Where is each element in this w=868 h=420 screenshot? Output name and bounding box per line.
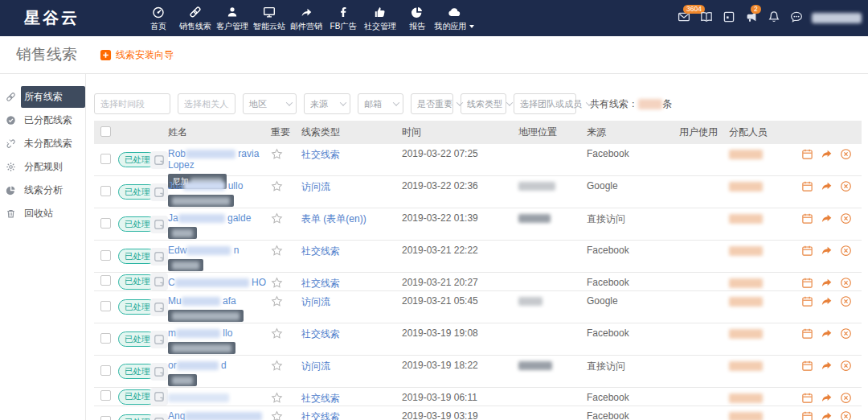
sidebar-item-分配规则[interactable]: 分配规则 (0, 155, 85, 179)
filter-input-related-person[interactable] (178, 93, 235, 114)
x-circle-icon[interactable] (840, 245, 852, 257)
forward-icon[interactable] (821, 410, 833, 420)
navbar-bell-icon[interactable] (763, 0, 785, 36)
navbar-chat-icon[interactable] (785, 0, 808, 36)
row-checkbox[interactable] (100, 275, 111, 286)
nav-item-社交管理[interactable]: 社交管理 (362, 5, 399, 32)
x-circle-icon[interactable] (840, 277, 852, 289)
filter-input-date-range[interactable] (94, 93, 170, 114)
filter-select-线索类型[interactable]: 线索类型 (461, 93, 506, 114)
lead-name-link[interactable]: m llo (168, 327, 232, 339)
x-circle-icon[interactable] (840, 392, 852, 404)
star-icon[interactable] (271, 245, 283, 257)
row-checkbox[interactable] (100, 390, 111, 401)
lead-name-link[interactable]: Mu afa (168, 295, 236, 307)
forward-icon[interactable] (821, 360, 833, 372)
lead-type-link[interactable]: 访问流 (301, 181, 330, 192)
user-account[interactable] (812, 13, 862, 23)
star-icon[interactable] (271, 392, 283, 404)
calendar-icon[interactable] (801, 295, 813, 307)
nav-item-FB广告[interactable]: FB广告 (325, 5, 362, 32)
forward-icon[interactable] (821, 295, 833, 307)
star-icon[interactable] (271, 148, 283, 160)
calendar-icon[interactable] (801, 277, 813, 289)
filter-select-来源[interactable]: 来源 (304, 93, 350, 114)
calendar-icon[interactable] (801, 410, 813, 420)
navbar-megaphone-icon[interactable]: 2 (740, 0, 763, 36)
forward-icon[interactable] (821, 212, 833, 224)
row-checkbox[interactable] (100, 333, 111, 344)
calendar-icon[interactable] (801, 327, 813, 340)
forward-icon[interactable] (821, 245, 833, 257)
sidebar-item-线索分析[interactable]: 线索分析 (0, 179, 85, 202)
x-circle-icon[interactable] (840, 212, 852, 224)
nav-item-客户管理[interactable]: 客户管理 (214, 5, 251, 32)
lead-type-link[interactable]: 社交线索 (301, 328, 340, 340)
x-circle-icon[interactable] (840, 410, 852, 420)
filter-select-地区[interactable]: 地区 (243, 93, 297, 114)
star-icon[interactable] (271, 277, 283, 289)
navbar-book-icon[interactable] (695, 0, 718, 36)
x-circle-icon[interactable] (840, 327, 852, 340)
nav-item-我的应用[interactable]: 我的应用 (436, 5, 473, 32)
calendar-icon[interactable] (801, 245, 813, 257)
lead-name-link[interactable]: Ja galde (168, 212, 251, 224)
star-icon[interactable] (271, 180, 283, 192)
star-icon[interactable] (271, 327, 283, 340)
lead-type-link[interactable]: 访问流 (301, 360, 330, 372)
row-checkbox[interactable] (100, 154, 111, 164)
lead-wizard-link[interactable]: 线索安装向导 (100, 48, 174, 62)
select-all-checkbox[interactable] (100, 126, 111, 137)
sidebar-item-回收站[interactable]: 回收站 (0, 202, 85, 225)
forward-icon[interactable] (821, 327, 833, 340)
nav-item-邮件营销[interactable]: 邮件营销 (288, 5, 325, 32)
calendar-icon[interactable] (801, 212, 813, 224)
row-checkbox[interactable] (100, 301, 111, 311)
row-checkbox[interactable] (100, 218, 111, 229)
lead-name-link[interactable]: or d (168, 360, 227, 371)
nav-item-销售线索[interactable]: 销售线索 (177, 5, 214, 32)
navbar-mail-icon[interactable]: 3604 (673, 0, 695, 36)
lead-name-link[interactable]: Ang nzo (168, 410, 262, 420)
lead-name-link[interactable]: Rob ravia Lopez (168, 148, 259, 171)
filter-select-是否重要[interactable]: 是否重要 (411, 93, 453, 114)
nav-item-智能云站[interactable]: 智能云站 (251, 5, 288, 32)
forward-icon[interactable] (821, 148, 833, 160)
lead-type-link[interactable]: 社交线索 (301, 149, 340, 160)
filter-select-选择团队或成员[interactable]: 选择团队或成员 (514, 93, 576, 114)
star-icon[interactable] (271, 360, 283, 372)
row-checkbox[interactable] (100, 186, 111, 196)
lead-type-link[interactable]: 社交线索 (301, 278, 340, 289)
x-circle-icon[interactable] (840, 148, 852, 160)
row-checkbox[interactable] (100, 365, 111, 376)
forward-icon[interactable] (821, 180, 833, 192)
filter-select-邮箱[interactable]: 邮箱 (358, 93, 403, 114)
star-icon[interactable] (271, 410, 283, 420)
lead-type-link[interactable]: 表单 (表单(en)) (301, 213, 366, 224)
calendar-icon[interactable] (801, 180, 813, 192)
calendar-icon[interactable] (801, 392, 813, 404)
x-circle-icon[interactable] (840, 360, 852, 372)
lead-type-link[interactable]: 访问流 (301, 296, 330, 307)
sidebar-item-未分配线索[interactable]: 未分配线索 (0, 132, 85, 155)
nav-item-报告[interactable]: 报告 (399, 5, 436, 32)
lead-name-link[interactable] (168, 392, 229, 403)
row-checkbox[interactable] (100, 416, 111, 420)
nav-item-首页[interactable]: 首页 (140, 5, 177, 32)
forward-icon[interactable] (821, 277, 833, 289)
row-checkbox[interactable] (100, 250, 111, 261)
x-circle-icon[interactable] (840, 180, 852, 192)
star-icon[interactable] (271, 295, 283, 307)
lead-type-link[interactable]: 社交线索 (301, 245, 340, 257)
lead-name-link[interactable]: Edw n (168, 245, 239, 256)
lead-name-link[interactable]: Jua ullo (168, 180, 243, 191)
star-icon[interactable] (271, 212, 283, 224)
calendar-icon[interactable] (801, 360, 813, 372)
lead-type-link[interactable]: 社交线索 (301, 411, 340, 420)
calendar-icon[interactable] (801, 148, 813, 160)
lead-type-link[interactable]: 社交线索 (301, 393, 340, 404)
navbar-card-icon[interactable] (718, 0, 740, 36)
sidebar-item-已分配线索[interactable]: 已分配线索 (0, 109, 85, 132)
sidebar-item-所有线索[interactable]: 所有线索 (0, 85, 85, 109)
x-circle-icon[interactable] (840, 295, 852, 307)
